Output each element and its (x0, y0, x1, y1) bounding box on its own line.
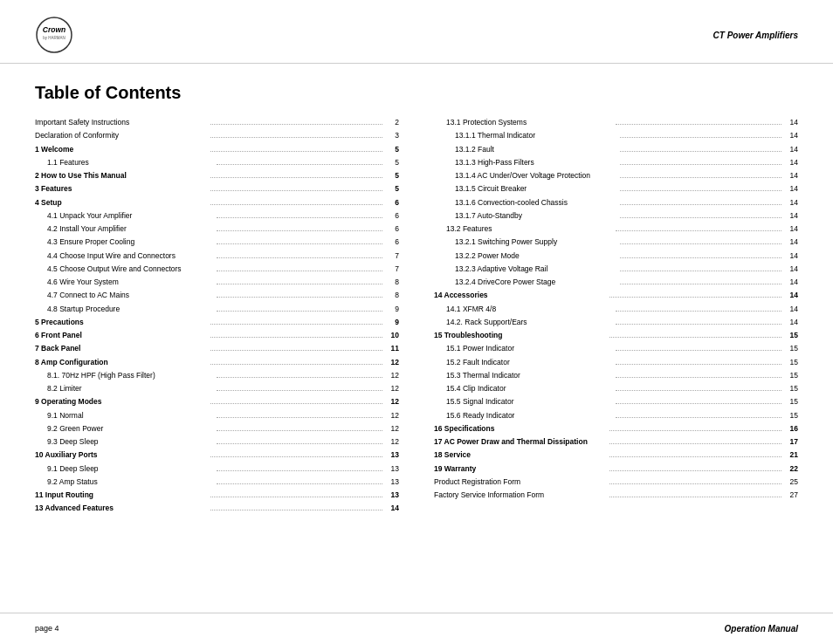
toc-dots (616, 403, 782, 404)
toc-page-number: 12 (385, 370, 399, 381)
toc-page-number: 7 (385, 264, 399, 275)
toc-dots (620, 204, 782, 205)
toc-dots (210, 456, 383, 457)
toc-entry: 5 Precautions9 (35, 317, 399, 328)
toc-dots (616, 324, 782, 325)
toc-page-number: 14 (784, 223, 798, 235)
toc-dots (217, 257, 383, 258)
toc-entry-label: 13.2.3 Adaptive Voltage Rail (434, 264, 617, 275)
toc-page-number: 15 (784, 410, 798, 421)
toc-page-number: 12 (385, 396, 399, 408)
toc-entry-label: 4.8 Startup Procedure (35, 304, 214, 315)
toc-entry: 13 Advanced Features14 (35, 503, 399, 514)
toc-page-number: 3 (385, 130, 399, 141)
toc-dots (616, 350, 782, 351)
toc-entry: 9.3 Deep Sleep12 (35, 436, 399, 448)
toc-dots (210, 137, 383, 138)
toc-page-number: 12 (385, 383, 399, 394)
toc-entry: 4.3 Ensure Proper Cooling6 (35, 236, 399, 248)
toc-entry: 6 Front Panel10 (35, 330, 399, 341)
toc-dots (217, 230, 383, 231)
toc-page-number: 27 (784, 490, 798, 501)
toc-entry: Product Registration Form25 (434, 476, 798, 488)
toc-entry: Declaration of Conformity3 (35, 130, 399, 141)
toc-entry: 9.1 Deep Sleep13 (35, 463, 399, 475)
toc-dots (217, 271, 383, 271)
toc-dots (620, 164, 782, 165)
toc-entry-label: 15.3 Thermal Indicator (434, 370, 613, 381)
toc-dots (616, 311, 782, 312)
toc-dots (217, 483, 383, 484)
toc-entry-label: 2 How to Use This Manual (35, 170, 208, 182)
toc-entry-label: 1 Welcome (35, 144, 208, 155)
toc-page-number: 14 (784, 210, 798, 222)
toc-page-number: 10 (385, 330, 399, 341)
toc-page-number: 12 (385, 423, 399, 435)
toc-entry: 9.2 Green Power12 (35, 423, 399, 435)
logo-area: Crown by HARMAN (35, 16, 77, 54)
toc-entry-label: 13.1.7 Auto-Standby (434, 210, 617, 222)
toc-dots (210, 403, 383, 404)
toc-entry: 15.4 Clip Indicator15 (434, 383, 798, 394)
toc-dots (217, 297, 383, 298)
toc-entry: 2 How to Use This Manual5 (35, 170, 399, 182)
page-footer: page 4 Operation Manual (0, 613, 833, 644)
toc-page-number: 5 (385, 170, 399, 182)
toc-page-number: 2 (385, 117, 399, 128)
toc-dots (210, 324, 383, 325)
toc-page-number: 12 (385, 357, 399, 368)
toc-entry: 7 Back Panel11 (35, 343, 399, 354)
toc-entry-label: 13.1.1 Thermal Indicator (434, 130, 617, 141)
svg-point-0 (37, 17, 72, 52)
page-title: Table of Contents (35, 83, 798, 103)
toc-entry: 9.2 Amp Status13 (35, 476, 399, 488)
toc-page-number: 9 (385, 304, 399, 315)
toc-page-number: 11 (385, 343, 399, 354)
toc-entry-label: 3 Features (35, 183, 208, 195)
toc-page-number: 17 (784, 436, 798, 448)
toc-entry-label: 1.1 Features (35, 157, 214, 168)
toc-dots (620, 151, 782, 152)
toc-entry-label: 4.2 Install Your Amplifier (35, 223, 214, 235)
toc-entry-label: 9.3 Deep Sleep (35, 436, 214, 448)
toc-page-number: 15 (784, 343, 798, 354)
toc-entry: 8.1. 70Hz HPF (High Pass Filter)12 (35, 370, 399, 381)
toc-page-number: 22 (784, 463, 798, 475)
toc-entry: 4.7 Connect to AC Mains8 (35, 290, 399, 301)
toc-dots (210, 350, 383, 351)
toc-dots (616, 390, 782, 391)
toc-entry: 19 Warranty22 (434, 463, 798, 475)
toc-entry: 8 Amp Configuration12 (35, 357, 399, 368)
toc-entry-label: 5 Precautions (35, 317, 208, 328)
toc-page-number: 14 (784, 197, 798, 209)
toc-entry-label: 9.1 Normal (35, 410, 214, 421)
toc-page-number: 12 (385, 410, 399, 421)
toc-dots (616, 364, 782, 365)
toc-entry-label: 4.1 Unpack Your Amplifier (35, 210, 214, 222)
toc-entry: 4.6 Wire Your System8 (35, 277, 399, 288)
toc-entry-label: 15 Troubleshooting (434, 330, 607, 341)
toc-page-number: 12 (385, 436, 399, 448)
toc-entry: 15.2 Fault Indicator15 (434, 357, 798, 368)
toc-dots (210, 337, 383, 338)
svg-text:Crown: Crown (43, 25, 65, 34)
toc-page-number: 15 (784, 330, 798, 341)
toc-page-number: 15 (784, 357, 798, 368)
toc-page-number: 13 (385, 463, 399, 475)
toc-entry-label: 9.2 Amp Status (35, 476, 214, 488)
toc-entry-label: 9.2 Green Power (35, 423, 214, 435)
toc-dots (217, 443, 383, 444)
toc-entry: 14 Accessories14 (434, 290, 798, 301)
toc-entry: 13.1 Protection Systems14 (434, 117, 798, 128)
toc-entry-label: Important Safety Instructions (35, 117, 208, 128)
toc-entry-label: 10 Auxiliary Ports (35, 449, 208, 461)
toc-entry-label: 14.1 XFMR 4/8 (434, 304, 613, 315)
toc-page-number: 5 (385, 157, 399, 168)
toc-dots (210, 204, 383, 205)
manual-label: Operation Manual (725, 624, 798, 634)
toc-entry-label: 9.1 Deep Sleep (35, 463, 214, 475)
toc-dots (609, 456, 782, 457)
toc-page-number: 14 (784, 183, 798, 195)
toc-dots (620, 137, 782, 138)
toc-entry-label: 13.2 Features (434, 223, 613, 235)
